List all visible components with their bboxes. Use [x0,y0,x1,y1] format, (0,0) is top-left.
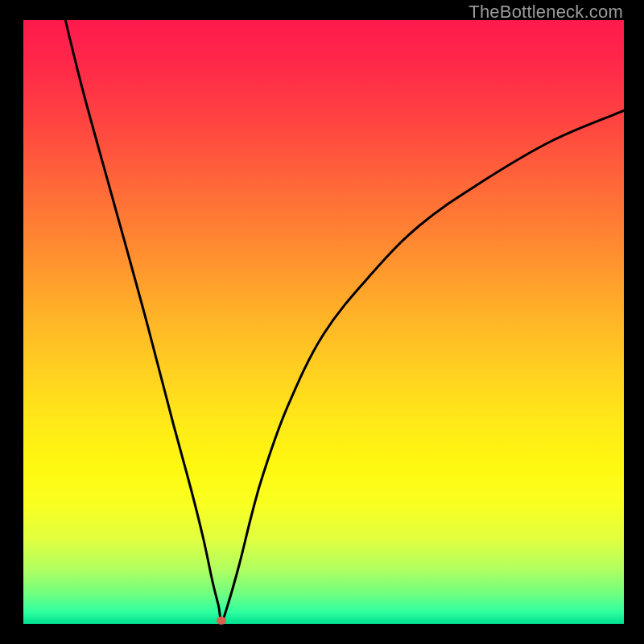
bottleneck-curve-path [65,20,624,621]
minimum-marker [217,617,226,625]
plot-area [23,20,624,624]
curve-svg [23,20,624,624]
chart-container: TheBottleneck.com [0,0,644,644]
